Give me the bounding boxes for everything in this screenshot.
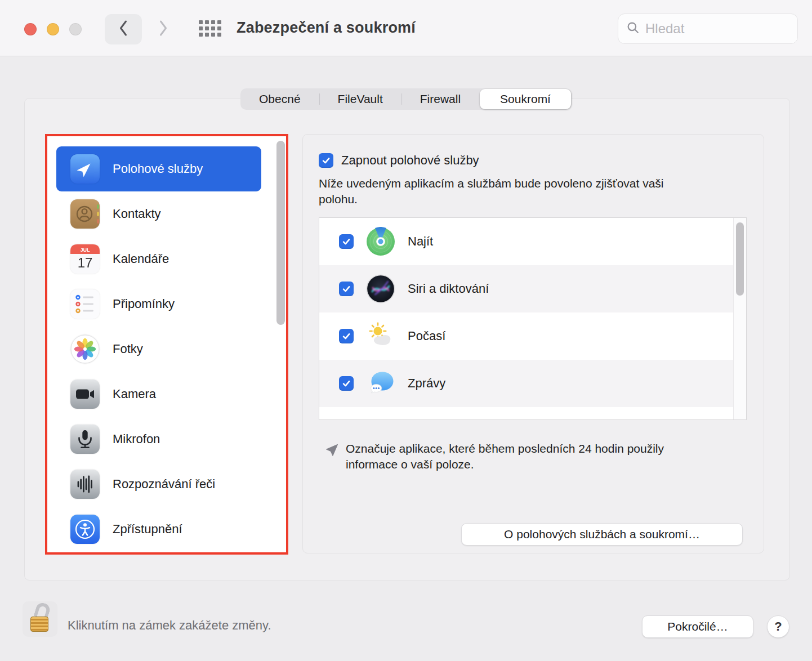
location-note-text: Označuje aplikace, které během posledníc… [346,441,712,472]
sidebar-item-accessibility[interactable]: Zpřístupnění [56,507,261,552]
lock-body [30,617,48,632]
speech-icon [70,470,100,499]
pane-description: Níže uvedeným aplikacím a službám bude p… [319,176,688,207]
sidebar-item-label: Kontakty [113,207,161,221]
sidebar-item-label: Fotky [113,342,143,356]
search-icon [626,21,640,37]
show-all-preferences-icon[interactable] [199,20,221,37]
sidebar-item-calendar[interactable]: JUL17 Kalendáře [56,236,261,282]
search-field[interactable] [618,14,798,44]
sidebar-item-label: Kamera [113,387,156,401]
privacy-sidebar: Polohové služby Kontakty JUL17 Kalendáře… [45,134,288,555]
lock-hint-text: Kliknutím na zámek zakážete změny. [68,618,271,633]
search-input[interactable] [645,21,769,37]
app-row-partial [319,407,746,420]
sidebar-item-label: Rozpoznávání řeči [113,477,215,492]
window-title: Zabezpečení a soukromí [237,19,416,37]
photos-icon [70,334,100,364]
contacts-icon [70,199,100,229]
app-row-messages: Zprávy [319,360,746,407]
titlebar: Zabezpečení a soukromí [0,0,812,56]
svg-text:17: 17 [78,255,93,270]
tab-firewall[interactable]: Firewall [401,88,479,110]
app-row-weather: Počasí [319,312,746,360]
sidebar-item-label: Zpřístupnění [113,522,182,537]
tab-filevault[interactable]: FileVault [319,88,401,110]
sidebar-item-speech[interactable]: Rozpoznávání řeči [56,462,261,507]
location-arrow-icon [324,443,339,458]
tab-soukromi[interactable]: Soukromí [480,89,571,109]
messages-icon [366,369,395,398]
app-checkbox[interactable] [339,329,354,343]
sidebar-item-location[interactable]: Polohové služby [56,146,261,191]
app-label: Siri a diktování [408,282,489,296]
about-location-services-button[interactable]: O polohových službách a soukromí… [461,523,743,546]
lock-icon[interactable] [23,601,57,637]
back-button[interactable] [105,14,142,44]
tab-obecne[interactable]: Obecné [240,88,319,110]
sidebar-item-photos[interactable]: Fotky [56,327,261,372]
sidebar-item-label: Mikrofon [113,432,160,446]
privacy-pane: Zapnout polohové služby Níže uvedeným ap… [302,134,764,553]
advanced-button[interactable]: Pokročilé… [642,615,753,638]
sidebar-item-reminders[interactable]: Připomínky [56,282,261,327]
siri-icon [366,274,395,303]
microphone-icon [70,425,100,454]
chevron-left-icon [118,19,129,39]
tab-bar: ObecnéFileVaultFirewallSoukromí [240,88,572,110]
app-label: Najít [408,234,433,249]
calendar-icon: JUL17 [70,244,100,274]
partial-icon [339,416,368,420]
accessibility-icon [70,515,100,544]
svg-text:JUL: JUL [80,247,90,253]
app-row-siri: Siri a diktování [319,265,746,312]
sidebar-item-label: Kalendáře [113,252,169,266]
help-button[interactable]: ? [767,615,789,638]
chevron-right-icon [158,19,169,39]
app-checkbox[interactable] [339,376,354,391]
sidebar-item-label: Polohové služby [113,162,203,176]
zoom-window-button [69,23,82,35]
app-list-scrollbar-thumb[interactable] [736,222,744,296]
sidebar-item-camera[interactable]: Kamera [56,372,261,417]
close-window-button[interactable] [24,23,37,35]
app-label: Počasí [408,329,445,343]
app-checkbox[interactable] [339,282,354,296]
findmy-icon [366,227,395,256]
app-label: Zprávy [408,376,445,391]
sidebar-scrollbar-thumb[interactable] [276,141,285,325]
app-list-scrollbar-track[interactable] [733,218,746,419]
app-checkbox[interactable] [339,234,354,249]
minimize-window-button[interactable] [47,23,59,35]
app-row-findmy: Najít [319,218,746,265]
app-list: Najít Siri a diktování Počasí Zprávy [319,217,747,420]
sidebar-item-label: Připomínky [113,297,175,311]
location-icon [70,154,100,184]
enable-location-checkbox[interactable] [319,153,333,168]
enable-location-label: Zapnout polohové služby [341,153,479,168]
location-note: Označuje aplikace, které během posledníc… [324,441,719,472]
sidebar-list: Polohové služby Kontakty JUL17 Kalendáře… [47,136,286,552]
camera-icon [70,379,100,409]
weather-icon [366,321,395,351]
sidebar-item-contacts[interactable]: Kontakty [56,191,261,236]
forward-button[interactable] [151,14,176,44]
reminders-icon [70,289,100,319]
sidebar-item-microphone[interactable]: Mikrofon [56,417,261,462]
